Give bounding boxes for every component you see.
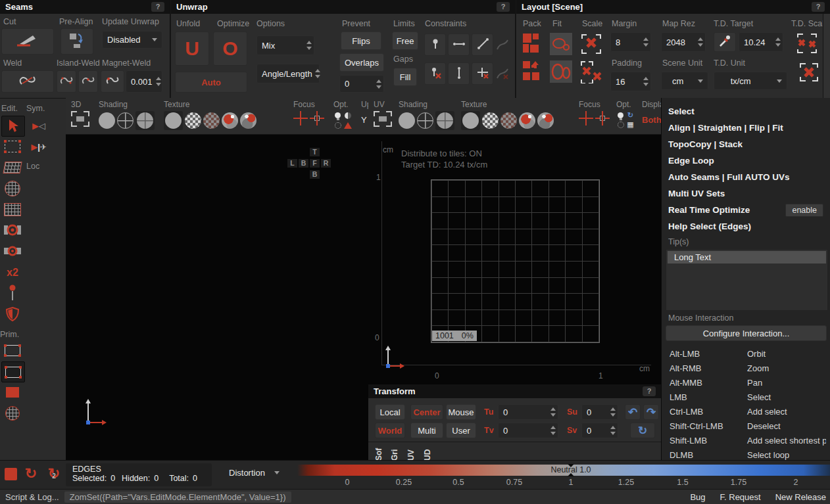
- dot-sphere-icon[interactable]: [333, 121, 342, 129]
- frame-all-icon[interactable]: [374, 111, 392, 127]
- marquee-select-button[interactable]: [1, 137, 24, 156]
- texture-image-alt-icon[interactable]: [537, 112, 554, 129]
- dot-sphere-icon[interactable]: [616, 120, 625, 129]
- spinner-arrows[interactable]: [641, 72, 650, 91]
- viewcube-left[interactable]: L: [287, 159, 297, 168]
- menu-item-align[interactable]: Align | Straighten | Flip | Fit: [662, 120, 830, 136]
- rotate-button[interactable]: ↻: [630, 423, 655, 438]
- tab-grid[interactable]: Gri: [388, 442, 401, 461]
- constraint-unpin-button[interactable]: [424, 62, 446, 85]
- pinch-brush-button[interactable]: [1, 200, 24, 219]
- distortion-dropdown[interactable]: Distortion: [229, 468, 280, 478]
- pivot-center-button[interactable]: Center: [410, 404, 443, 420]
- texture-checker-dim-icon[interactable]: [203, 112, 220, 129]
- focus-island-icon[interactable]: [310, 111, 324, 126]
- maprez-spinner[interactable]: 2048: [661, 32, 706, 52]
- undo-button[interactable]: ↶: [625, 404, 641, 420]
- seams-help-button[interactable]: ?: [151, 2, 164, 12]
- constraint-pin-button[interactable]: [424, 34, 446, 56]
- sphere-brush-button[interactable]: [1, 179, 24, 198]
- pack-button[interactable]: [522, 32, 544, 57]
- constraint-vline-button[interactable]: [448, 62, 470, 85]
- focus-island-icon[interactable]: [595, 111, 610, 126]
- frame-all-icon[interactable]: [71, 111, 89, 127]
- tips-list-item[interactable]: Long Text: [668, 251, 826, 263]
- texture-checker-icon[interactable]: [482, 112, 499, 129]
- clamp2-tool-button[interactable]: [1, 242, 24, 262]
- spinner-arrows[interactable]: [773, 33, 783, 51]
- configure-interaction-button[interactable]: Configure Interaction...: [666, 325, 827, 341]
- sync-icon[interactable]: ↻: [626, 111, 635, 120]
- scale-island-button[interactable]: [579, 32, 603, 58]
- space-local-button[interactable]: Local: [375, 404, 405, 420]
- spinner-arrows[interactable]: [374, 76, 383, 92]
- prim-sphere-button[interactable]: [1, 403, 24, 423]
- tab-ud[interactable]: UD: [421, 442, 434, 461]
- pivot-user-button[interactable]: User: [446, 423, 476, 438]
- viewcube-back[interactable]: B: [299, 159, 308, 168]
- magnet-weld-button[interactable]: [101, 70, 124, 93]
- element-mode-button[interactable]: [5, 468, 17, 480]
- warp-brush-button[interactable]: [1, 158, 24, 177]
- pin-tool-button[interactable]: [1, 284, 24, 304]
- prim-fill-button[interactable]: [1, 382, 24, 402]
- sceneunit-dropdown[interactable]: cm: [661, 72, 708, 90]
- viewcube-front[interactable]: F: [310, 159, 320, 168]
- select-tool-button[interactable]: [1, 116, 25, 137]
- udim-grid[interactable]: [431, 179, 600, 343]
- display-both-value[interactable]: Both: [642, 115, 662, 125]
- menu-item-multi-uv-sets[interactable]: Multi UV Sets: [662, 185, 830, 202]
- shading-wireflat-icon[interactable]: [437, 112, 453, 129]
- shading-wireflat-icon[interactable]: [137, 112, 153, 129]
- update-unwrap-dropdown[interactable]: Disabled: [102, 31, 162, 49]
- spinner-arrows[interactable]: [305, 36, 314, 55]
- auto-unwrap-button[interactable]: Auto: [175, 72, 247, 93]
- feature-request-link[interactable]: F. Request: [720, 492, 761, 502]
- tdtarget-picker-button[interactable]: [714, 32, 736, 52]
- unfold-button[interactable]: U: [175, 32, 209, 66]
- menu-item-topocopy[interactable]: TopoCopy | Stack: [662, 136, 830, 152]
- spinner-arrows[interactable]: [549, 423, 558, 438]
- island-weld-button-2[interactable]: [78, 70, 98, 93]
- uv-viewport[interactable]: cm 1 0 0 1 cm Distribute to tiles: ON Ta…: [368, 135, 661, 384]
- tdunit-dropdown[interactable]: tx/cm: [714, 72, 787, 90]
- viewcube-top[interactable]: T: [310, 148, 320, 156]
- texture-checker-icon[interactable]: [185, 112, 201, 129]
- spinner-arrows[interactable]: [315, 64, 320, 83]
- clamp-tool-button[interactable]: [1, 221, 24, 241]
- script-log-tab[interactable]: Script & Log...: [0, 492, 64, 502]
- space-world-button[interactable]: World: [375, 423, 405, 438]
- prealign-button[interactable]: [61, 28, 93, 55]
- padding-spinner[interactable]: 16: [610, 72, 651, 91]
- constraint-diagonal-button[interactable]: [472, 34, 493, 56]
- unwrap-mix-select[interactable]: Mix: [256, 35, 314, 55]
- spinner-arrows[interactable]: [696, 33, 705, 51]
- optimize-button[interactable]: O: [213, 32, 247, 66]
- grid-toggle-icon[interactable]: ▦: [626, 120, 635, 129]
- light-icon[interactable]: [333, 111, 342, 120]
- spinner-arrows[interactable]: [608, 405, 618, 419]
- texture-checker-dim-icon[interactable]: [500, 112, 517, 129]
- pivot-mouse-button[interactable]: Mouse: [446, 404, 476, 420]
- prevent-overlaps-button[interactable]: Overlaps: [339, 53, 384, 72]
- tv-spinner[interactable]: 0: [498, 423, 558, 438]
- new-release-link[interactable]: New Release: [775, 492, 826, 502]
- spinner-arrows[interactable]: [608, 423, 618, 438]
- spinner-arrows[interactable]: [155, 71, 162, 92]
- pivot-multi-button[interactable]: Multi: [410, 423, 443, 438]
- su-spinner[interactable]: 0: [581, 404, 618, 420]
- texture-none-icon[interactable]: [165, 112, 182, 129]
- collapsed-panel-tab[interactable]: [823, 14, 830, 98]
- wire-pyramid-icon[interactable]: [343, 121, 352, 129]
- command-log-entry[interactable]: ZomSet({Path="Vars.EditMode.ElementMode"…: [64, 492, 291, 503]
- unwrap-mode-select[interactable]: Angle/Length: [256, 64, 320, 83]
- texture-none-icon[interactable]: [462, 112, 479, 129]
- fit-rotate-button[interactable]: [549, 60, 573, 85]
- menu-item-help-select[interactable]: Help Select (Edges): [662, 218, 830, 235]
- shading-flat-icon[interactable]: [399, 112, 415, 129]
- menu-item-edge-loop[interactable]: Edge Loop: [662, 152, 830, 169]
- fit-button[interactable]: [549, 32, 573, 58]
- backface-icon[interactable]: [343, 111, 352, 120]
- prevent-flips-button[interactable]: Flips: [341, 32, 381, 50]
- sync-selection-2-button[interactable]: ↻ 2: [45, 464, 63, 484]
